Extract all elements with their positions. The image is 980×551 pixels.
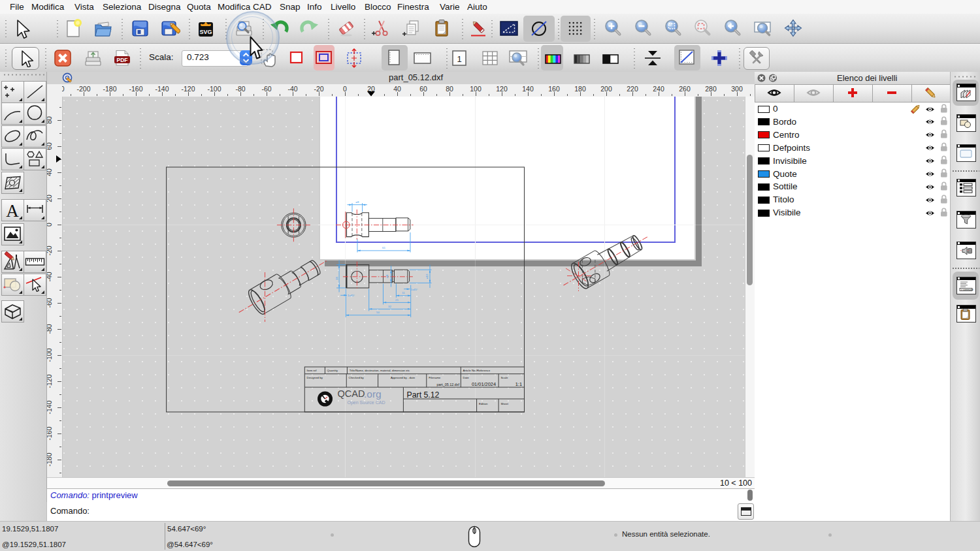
svg-text:Edition: Edition bbox=[479, 402, 488, 405]
svg-text:50: 50 bbox=[376, 311, 380, 314]
svg-text:part_05.12.dxf: part_05.12.dxf bbox=[437, 383, 460, 386]
svg-text:21: 21 bbox=[395, 298, 399, 302]
svg-text:SVG: SVG bbox=[199, 29, 212, 35]
svg-text:.org: .org bbox=[364, 388, 382, 400]
svg-text:ø9: ø9 bbox=[386, 274, 389, 278]
svg-text:Designed by: Designed by bbox=[307, 376, 323, 379]
svg-text:1:1: 1:1 bbox=[515, 381, 522, 387]
svg-text:Part 5.12: Part 5.12 bbox=[407, 390, 440, 400]
svg-text:Quantity: Quantity bbox=[327, 369, 338, 372]
svg-text:Checked by: Checked by bbox=[349, 376, 365, 379]
svg-text:1x45°: 1x45° bbox=[411, 288, 418, 291]
svg-text:QCAD: QCAD bbox=[338, 388, 365, 399]
svg-text:Open Source CAD: Open Source CAD bbox=[348, 400, 385, 405]
svg-text:Filename: Filename bbox=[429, 376, 441, 379]
svg-text:A: A bbox=[6, 201, 19, 221]
svg-text:Scale: Scale bbox=[500, 376, 508, 379]
svg-text:Approved by - date: Approved by - date bbox=[391, 376, 416, 379]
svg-text:Date: Date bbox=[463, 376, 470, 379]
svg-text:ø10: ø10 bbox=[425, 274, 429, 279]
svg-text:c command: c command bbox=[961, 288, 973, 291]
svg-text:ø8: ø8 bbox=[355, 200, 359, 204]
svg-text:11: 11 bbox=[402, 291, 405, 294]
svg-text:01/01/2024: 01/01/2024 bbox=[472, 381, 496, 387]
svg-text:Sheet: Sheet bbox=[500, 402, 508, 405]
svg-text:PDF: PDF bbox=[117, 57, 128, 63]
svg-text:Item ref: Item ref bbox=[307, 369, 318, 372]
svg-text:32: 32 bbox=[388, 305, 391, 308]
svg-text:1x45°: 1x45° bbox=[348, 294, 355, 297]
svg-text:1: 1 bbox=[457, 54, 461, 64]
svg-text:Title/Name, destination, mater: Title/Name, destination, material, dimen… bbox=[350, 369, 410, 372]
svg-text:18: 18 bbox=[335, 277, 338, 280]
svg-text:61: 61 bbox=[382, 246, 385, 249]
svg-text:Article No./Reference: Article No./Reference bbox=[463, 369, 491, 372]
